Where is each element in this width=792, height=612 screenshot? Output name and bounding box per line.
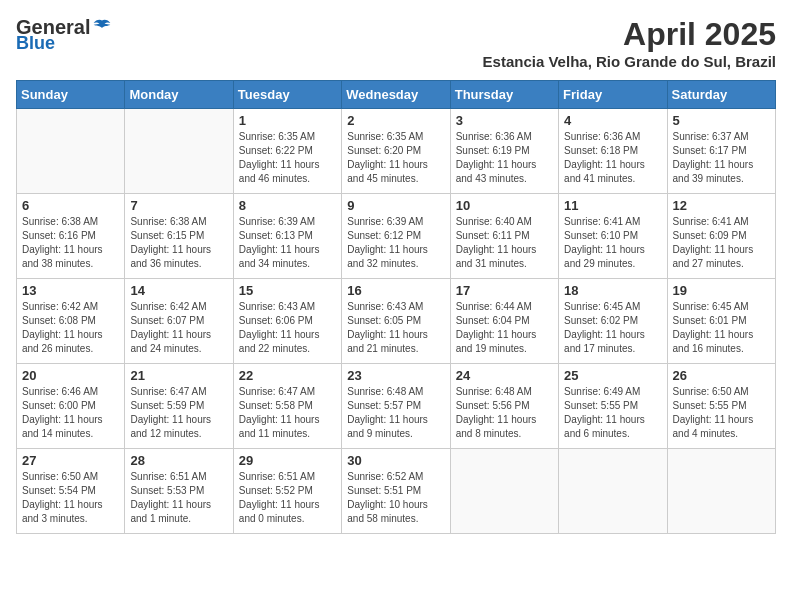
day-info: Sunrise: 6:39 AM Sunset: 6:12 PM Dayligh… <box>347 215 444 271</box>
weekday-header-sunday: Sunday <box>17 81 125 109</box>
week-row-3: 13Sunrise: 6:42 AM Sunset: 6:08 PM Dayli… <box>17 279 776 364</box>
day-number: 13 <box>22 283 119 298</box>
weekday-header-friday: Friday <box>559 81 667 109</box>
calendar-cell: 13Sunrise: 6:42 AM Sunset: 6:08 PM Dayli… <box>17 279 125 364</box>
logo-blue-text: Blue <box>16 33 55 54</box>
month-title: April 2025 <box>483 16 776 53</box>
day-info: Sunrise: 6:50 AM Sunset: 5:54 PM Dayligh… <box>22 470 119 526</box>
day-info: Sunrise: 6:43 AM Sunset: 6:05 PM Dayligh… <box>347 300 444 356</box>
day-info: Sunrise: 6:50 AM Sunset: 5:55 PM Dayligh… <box>673 385 770 441</box>
calendar-cell <box>125 109 233 194</box>
day-number: 7 <box>130 198 227 213</box>
day-info: Sunrise: 6:51 AM Sunset: 5:53 PM Dayligh… <box>130 470 227 526</box>
weekday-header-thursday: Thursday <box>450 81 558 109</box>
day-info: Sunrise: 6:39 AM Sunset: 6:13 PM Dayligh… <box>239 215 336 271</box>
week-row-4: 20Sunrise: 6:46 AM Sunset: 6:00 PM Dayli… <box>17 364 776 449</box>
week-row-1: 1Sunrise: 6:35 AM Sunset: 6:22 PM Daylig… <box>17 109 776 194</box>
day-number: 12 <box>673 198 770 213</box>
logo: General Blue <box>16 16 112 54</box>
day-number: 8 <box>239 198 336 213</box>
day-number: 19 <box>673 283 770 298</box>
day-info: Sunrise: 6:38 AM Sunset: 6:15 PM Dayligh… <box>130 215 227 271</box>
calendar-cell: 4Sunrise: 6:36 AM Sunset: 6:18 PM Daylig… <box>559 109 667 194</box>
calendar-table: SundayMondayTuesdayWednesdayThursdayFrid… <box>16 80 776 534</box>
weekday-header-monday: Monday <box>125 81 233 109</box>
day-number: 4 <box>564 113 661 128</box>
weekday-header-tuesday: Tuesday <box>233 81 341 109</box>
day-number: 20 <box>22 368 119 383</box>
day-info: Sunrise: 6:40 AM Sunset: 6:11 PM Dayligh… <box>456 215 553 271</box>
calendar-cell: 3Sunrise: 6:36 AM Sunset: 6:19 PM Daylig… <box>450 109 558 194</box>
day-info: Sunrise: 6:46 AM Sunset: 6:00 PM Dayligh… <box>22 385 119 441</box>
day-number: 1 <box>239 113 336 128</box>
calendar-cell: 19Sunrise: 6:45 AM Sunset: 6:01 PM Dayli… <box>667 279 775 364</box>
day-info: Sunrise: 6:36 AM Sunset: 6:19 PM Dayligh… <box>456 130 553 186</box>
day-info: Sunrise: 6:36 AM Sunset: 6:18 PM Dayligh… <box>564 130 661 186</box>
day-number: 2 <box>347 113 444 128</box>
calendar-cell <box>450 449 558 534</box>
calendar-cell: 27Sunrise: 6:50 AM Sunset: 5:54 PM Dayli… <box>17 449 125 534</box>
day-info: Sunrise: 6:45 AM Sunset: 6:01 PM Dayligh… <box>673 300 770 356</box>
calendar-cell: 6Sunrise: 6:38 AM Sunset: 6:16 PM Daylig… <box>17 194 125 279</box>
calendar-cell: 5Sunrise: 6:37 AM Sunset: 6:17 PM Daylig… <box>667 109 775 194</box>
day-number: 29 <box>239 453 336 468</box>
calendar-cell: 23Sunrise: 6:48 AM Sunset: 5:57 PM Dayli… <box>342 364 450 449</box>
day-number: 26 <box>673 368 770 383</box>
day-info: Sunrise: 6:42 AM Sunset: 6:07 PM Dayligh… <box>130 300 227 356</box>
day-number: 25 <box>564 368 661 383</box>
page-header: General Blue April 2025 Estancia Velha, … <box>16 16 776 70</box>
calendar-cell: 11Sunrise: 6:41 AM Sunset: 6:10 PM Dayli… <box>559 194 667 279</box>
day-number: 15 <box>239 283 336 298</box>
logo-bird-icon <box>92 18 112 38</box>
calendar-cell: 10Sunrise: 6:40 AM Sunset: 6:11 PM Dayli… <box>450 194 558 279</box>
week-row-5: 27Sunrise: 6:50 AM Sunset: 5:54 PM Dayli… <box>17 449 776 534</box>
day-info: Sunrise: 6:49 AM Sunset: 5:55 PM Dayligh… <box>564 385 661 441</box>
calendar-cell: 12Sunrise: 6:41 AM Sunset: 6:09 PM Dayli… <box>667 194 775 279</box>
day-info: Sunrise: 6:38 AM Sunset: 6:16 PM Dayligh… <box>22 215 119 271</box>
day-info: Sunrise: 6:44 AM Sunset: 6:04 PM Dayligh… <box>456 300 553 356</box>
calendar-cell: 30Sunrise: 6:52 AM Sunset: 5:51 PM Dayli… <box>342 449 450 534</box>
day-info: Sunrise: 6:43 AM Sunset: 6:06 PM Dayligh… <box>239 300 336 356</box>
calendar-cell: 9Sunrise: 6:39 AM Sunset: 6:12 PM Daylig… <box>342 194 450 279</box>
calendar-cell: 26Sunrise: 6:50 AM Sunset: 5:55 PM Dayli… <box>667 364 775 449</box>
day-info: Sunrise: 6:35 AM Sunset: 6:22 PM Dayligh… <box>239 130 336 186</box>
calendar-cell: 22Sunrise: 6:47 AM Sunset: 5:58 PM Dayli… <box>233 364 341 449</box>
calendar-cell: 7Sunrise: 6:38 AM Sunset: 6:15 PM Daylig… <box>125 194 233 279</box>
weekday-header-wednesday: Wednesday <box>342 81 450 109</box>
day-number: 11 <box>564 198 661 213</box>
day-number: 9 <box>347 198 444 213</box>
day-number: 5 <box>673 113 770 128</box>
day-info: Sunrise: 6:48 AM Sunset: 5:57 PM Dayligh… <box>347 385 444 441</box>
day-number: 14 <box>130 283 227 298</box>
calendar-cell <box>559 449 667 534</box>
calendar-cell: 21Sunrise: 6:47 AM Sunset: 5:59 PM Dayli… <box>125 364 233 449</box>
calendar-cell: 25Sunrise: 6:49 AM Sunset: 5:55 PM Dayli… <box>559 364 667 449</box>
calendar-cell: 17Sunrise: 6:44 AM Sunset: 6:04 PM Dayli… <box>450 279 558 364</box>
day-number: 3 <box>456 113 553 128</box>
week-row-2: 6Sunrise: 6:38 AM Sunset: 6:16 PM Daylig… <box>17 194 776 279</box>
day-number: 18 <box>564 283 661 298</box>
calendar-cell: 16Sunrise: 6:43 AM Sunset: 6:05 PM Dayli… <box>342 279 450 364</box>
title-section: April 2025 Estancia Velha, Rio Grande do… <box>483 16 776 70</box>
calendar-cell <box>17 109 125 194</box>
day-number: 24 <box>456 368 553 383</box>
day-info: Sunrise: 6:42 AM Sunset: 6:08 PM Dayligh… <box>22 300 119 356</box>
calendar-cell: 28Sunrise: 6:51 AM Sunset: 5:53 PM Dayli… <box>125 449 233 534</box>
day-number: 28 <box>130 453 227 468</box>
day-info: Sunrise: 6:41 AM Sunset: 6:10 PM Dayligh… <box>564 215 661 271</box>
calendar-cell: 14Sunrise: 6:42 AM Sunset: 6:07 PM Dayli… <box>125 279 233 364</box>
weekday-header-saturday: Saturday <box>667 81 775 109</box>
day-number: 30 <box>347 453 444 468</box>
day-number: 6 <box>22 198 119 213</box>
day-info: Sunrise: 6:45 AM Sunset: 6:02 PM Dayligh… <box>564 300 661 356</box>
day-number: 21 <box>130 368 227 383</box>
day-number: 10 <box>456 198 553 213</box>
day-number: 23 <box>347 368 444 383</box>
calendar-cell: 8Sunrise: 6:39 AM Sunset: 6:13 PM Daylig… <box>233 194 341 279</box>
day-number: 22 <box>239 368 336 383</box>
day-info: Sunrise: 6:47 AM Sunset: 5:59 PM Dayligh… <box>130 385 227 441</box>
day-info: Sunrise: 6:47 AM Sunset: 5:58 PM Dayligh… <box>239 385 336 441</box>
day-info: Sunrise: 6:48 AM Sunset: 5:56 PM Dayligh… <box>456 385 553 441</box>
day-info: Sunrise: 6:52 AM Sunset: 5:51 PM Dayligh… <box>347 470 444 526</box>
day-number: 17 <box>456 283 553 298</box>
